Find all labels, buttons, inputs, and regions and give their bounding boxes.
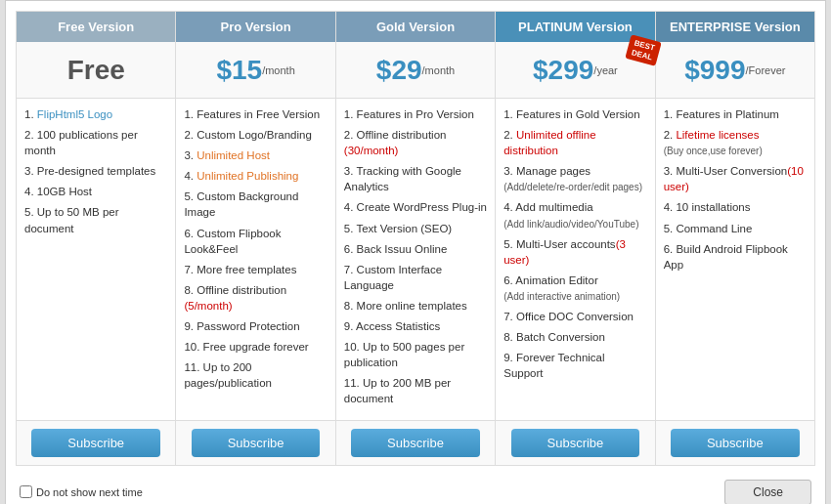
pro-price-period: /month [262,64,295,76]
col-gold: Gold Version $29/month 1. Features in Pr… [336,12,496,465]
list-item: 11. Up to 200 MB per document [344,375,487,406]
list-item: 1. Features in Gold Version [503,106,646,122]
col-platinum: PLATINUM Version BESTDEAL $299/year 1. F… [496,12,655,465]
dialog-footer: Do not show next time Close [16,472,815,505]
col-pro-header: Pro Version [176,12,334,42]
subscribe-gold-button[interactable]: Subscribe [351,429,480,457]
free-price-label: Free [67,55,125,86]
list-item: 4. Unlimited Publishing [184,168,327,184]
subscribe-enterprise-button[interactable]: Subscribe [671,429,800,457]
list-item: 6. Animation Editor(Add interactive anim… [503,273,646,304]
list-item: 4. 10GB Host [24,184,167,199]
list-item: 2. Lifetime licenses(Buy once,use foreve… [664,127,807,158]
list-item: 10. Up to 500 pages per publication [344,339,487,370]
col-free-features: 1. FlipHtml5 Logo 2. 100 publications pe… [17,99,175,420]
platinum-price-amount: $299 [533,55,593,86]
gold-price-amount: $29 [376,55,422,86]
col-gold-subscribe: Subscribe [336,420,495,465]
col-platinum-price: BESTDEAL $299/year [496,42,654,99]
list-item: 5. Command Line [664,221,807,236]
list-item: 6. Back Issuu Online [344,241,487,257]
list-item: 2. Custom Logo/Branding [184,127,327,143]
list-item: 1. Features in Free Version [184,106,327,122]
col-enterprise-header: ENTERPRISE Version [656,12,814,42]
list-item: 11. Up to 200 pages/publication [184,359,327,391]
col-pro-price: $15/month [176,42,334,99]
list-item: 9. Forever Technical Support [503,350,646,381]
list-item: 4. 10 installations [664,199,807,215]
col-pro-features: 1. Features in Free Version 2. Custom Lo… [176,99,334,420]
list-item: 3. Pre-designed templates [24,163,167,179]
col-pro: Pro Version $15/month 1. Features in Fre… [176,12,335,465]
list-item: 6. Build Android Flipbook App [664,241,807,273]
list-item: 7. Office DOC Conversion [503,309,646,324]
col-enterprise: ENTERPRISE Version $999/Forever 1. Featu… [656,12,814,465]
list-item: 5. Up to 50 MB per document [24,204,167,235]
list-item: 1. FlipHtml5 Logo [24,106,167,122]
list-item: 2. Offline distribution (30/month) [344,127,487,158]
pricing-table: Free Version Free 1. FlipHtml5 Logo 2. 1… [16,11,815,466]
subscribe-pro-button[interactable]: Subscribe [192,429,321,457]
col-gold-price: $29/month [336,42,495,99]
list-item: 10. Free upgrade forever [184,339,327,355]
list-item: 5. Text Version (SEO) [344,221,487,236]
list-item: 3. Tracking with Google Analytics [344,163,487,194]
list-item: 9. Password Protection [184,318,327,334]
list-item: 2. Unlimited offline distribution [503,127,646,158]
list-item: 3. Unlimited Host [184,147,327,163]
list-item: 5. Multi-User accounts(3 user) [503,236,646,268]
col-enterprise-subscribe: Subscribe [656,420,814,465]
do-not-show-checkbox[interactable] [20,485,32,498]
gold-price-period: /month [422,64,456,76]
do-not-show-label[interactable]: Do not show next time [20,485,143,498]
col-free: Free Version Free 1. FlipHtml5 Logo 2. 1… [17,12,176,465]
do-not-show-text: Do not show next time [36,486,143,498]
col-enterprise-price: $999/Forever [656,42,814,99]
list-item: 7. More free templates [184,262,327,277]
enterprise-price-amount: $999 [684,55,745,86]
pricing-dialog: Free Version Free 1. FlipHtml5 Logo 2. 1… [5,0,826,504]
subscribe-free-button[interactable]: Subscribe [31,429,160,457]
col-free-header: Free Version [17,12,175,42]
platinum-price-period: /year [593,64,617,76]
col-enterprise-features: 1. Features in Platinum 2. Lifetime lice… [656,99,814,420]
enterprise-price-period: /Forever [745,64,785,76]
list-item: 3. Manage pages(Add/delete/re-order/edit… [503,163,646,194]
col-platinum-subscribe: Subscribe [496,420,654,465]
list-item: 8. Batch Conversion [503,329,646,345]
list-item: 9. Access Statistics [344,318,487,334]
col-free-price: Free [17,42,175,99]
list-item: 3. Multi-User Conversion(10 user) [664,163,807,194]
list-item: 6. Custom Flipbook Look&Feel [184,226,327,257]
list-item: 8. Offline distribution (5/month) [184,282,327,314]
list-item: 8. More online templates [344,298,487,314]
col-free-subscribe: Subscribe [17,420,175,465]
list-item: 4. Add multimedia(Add link/audio/video/Y… [503,199,646,231]
close-button[interactable]: Close [724,480,811,505]
list-item: 7. Custom Interface Language [344,262,487,293]
list-item: 1. Features in Platinum [664,106,807,122]
fliphtml5-logo-link[interactable]: FlipHtml5 Logo [37,108,112,120]
col-gold-features: 1. Features in Pro Version 2. Offline di… [336,99,495,420]
col-pro-subscribe: Subscribe [176,420,334,465]
list-item: 5. Custom Background Image [184,189,327,220]
pro-price-amount: $15 [216,55,262,86]
list-item: 1. Features in Pro Version [344,106,487,122]
col-gold-header: Gold Version [336,12,495,42]
list-item: 2. 100 publications per month [24,127,167,158]
col-platinum-features: 1. Features in Gold Version 2. Unlimited… [496,99,654,420]
list-item: 4. Create WordPress Plug-in [344,199,487,215]
subscribe-platinum-button[interactable]: Subscribe [511,429,640,457]
